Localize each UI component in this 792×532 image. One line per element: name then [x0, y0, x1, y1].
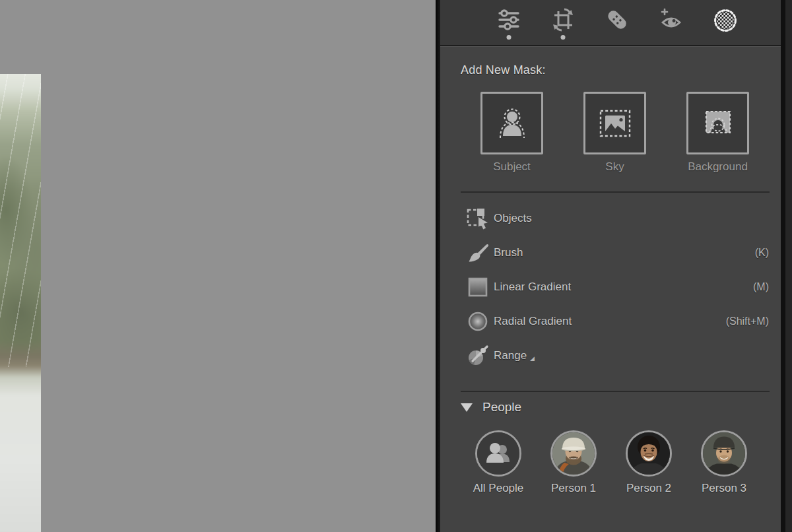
- panel-edge-divider: [436, 0, 440, 532]
- crop-rotate-tool[interactable]: [550, 7, 576, 41]
- masking-panel: Add New Mask: Subject: [440, 46, 781, 531]
- masking-tool[interactable]: [713, 7, 738, 41]
- mask-type-buttons: Subject Sky: [480, 92, 781, 174]
- person-label: Person 1: [551, 482, 596, 495]
- subject-mask-button[interactable]: Subject: [480, 92, 543, 174]
- background-mask-thumb: [686, 92, 749, 154]
- person-1-item[interactable]: Person 1: [550, 430, 597, 495]
- tool-shortcut: (K): [755, 247, 769, 259]
- add-new-mask-title: Add New Mask:: [461, 63, 781, 77]
- person-1-avatar: [550, 430, 597, 477]
- person-label: Person 2: [626, 482, 671, 495]
- tool-row-brush[interactable]: Brush (K): [440, 236, 781, 270]
- mask-tool-list: Objects Brush (K): [440, 201, 781, 373]
- subject-mask-icon: [495, 106, 529, 141]
- objects-select-icon: [466, 207, 490, 230]
- section-divider: [461, 191, 770, 193]
- photo-corner: [0, 74, 41, 532]
- edits-applied-dot: [561, 35, 566, 40]
- crop-rotate-icon: [550, 7, 576, 33]
- tool-label: Range: [494, 349, 527, 362]
- tool-row-radial-gradient[interactable]: Radial Gradient (Shift+M): [440, 304, 781, 339]
- linear-gradient-icon: [466, 275, 490, 299]
- people-list: All People: [475, 430, 781, 495]
- person-label: All People: [473, 482, 524, 495]
- edits-applied-dot: [507, 35, 512, 40]
- masking-icon: [713, 7, 738, 34]
- flyout-triangle-icon: ◢: [530, 355, 535, 362]
- collapse-triangle-icon: [461, 403, 473, 412]
- tool-shortcut: (M): [753, 281, 769, 293]
- subject-mask-thumb: [480, 92, 543, 154]
- sky-mask-icon: [598, 109, 632, 138]
- red-eye-icon: [659, 7, 684, 33]
- lightroom-workspace: Add New Mask: Subject: [0, 0, 792, 532]
- background-mask-button[interactable]: Background: [686, 92, 749, 174]
- tool-row-objects[interactable]: Objects: [440, 201, 781, 236]
- section-divider: [461, 391, 770, 392]
- healing-brush-icon: [605, 7, 630, 33]
- tool-row-linear-gradient[interactable]: Linear Gradient (M): [440, 270, 781, 304]
- tool-shortcut: (Shift+M): [726, 316, 769, 327]
- photo-canvas: [0, 0, 436, 532]
- person-3-item[interactable]: Person 3: [701, 430, 747, 495]
- edit-toolbar: [440, 0, 781, 46]
- brush-icon: [466, 241, 490, 265]
- panel-scrollbar-track[interactable]: [781, 0, 792, 532]
- sky-mask-thumb: [583, 92, 646, 154]
- edit-panel: Add New Mask: Subject: [440, 0, 781, 532]
- person-2-avatar: [626, 430, 672, 477]
- sky-mask-label: Sky: [605, 160, 624, 174]
- tool-label: Objects: [494, 212, 532, 225]
- radial-gradient-icon: [466, 310, 490, 333]
- tool-label: Radial Gradient: [494, 315, 572, 328]
- subject-mask-label: Subject: [493, 160, 531, 174]
- people-section-header[interactable]: People: [461, 400, 781, 415]
- person-2-item[interactable]: Person 2: [626, 430, 672, 495]
- edit-sliders-icon: [496, 7, 521, 33]
- tool-row-range[interactable]: Range ◢: [440, 339, 781, 373]
- edit-sliders-tool[interactable]: [496, 7, 521, 41]
- healing-brush-tool[interactable]: [605, 7, 630, 41]
- tool-label: Linear Gradient: [494, 281, 571, 294]
- all-people-icon: [477, 432, 519, 475]
- all-people-item[interactable]: All People: [475, 430, 521, 495]
- tool-label: Brush: [494, 246, 523, 259]
- rain-streaks: [0, 74, 41, 367]
- sky-mask-button[interactable]: Sky: [583, 92, 646, 174]
- all-people-avatar: [475, 430, 521, 477]
- background-mask-label: Background: [688, 160, 748, 174]
- range-picker-icon: [466, 344, 490, 368]
- people-title: People: [482, 400, 521, 415]
- red-eye-tool[interactable]: [659, 7, 684, 41]
- background-mask-icon: [701, 109, 735, 138]
- person-3-avatar: [701, 430, 747, 477]
- person-label: Person 3: [702, 482, 746, 495]
